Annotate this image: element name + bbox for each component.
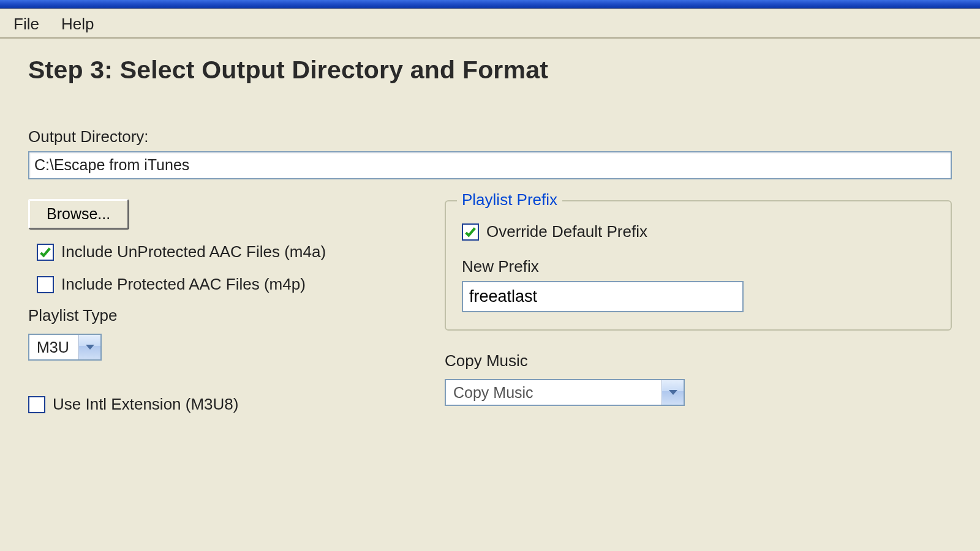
override-prefix-label: Override Default Prefix: [486, 222, 647, 241]
check-icon: [39, 246, 52, 259]
main-content: Step 3: Select Output Directory and Form…: [0, 39, 980, 420]
include-protected-label: Include Protected AAC Files (m4p): [61, 275, 306, 294]
playlist-type-select[interactable]: M3U: [28, 334, 102, 361]
menu-file[interactable]: File: [13, 15, 39, 34]
copy-music-select[interactable]: Copy Music: [445, 379, 685, 406]
step-heading: Step 3: Select Output Directory and Form…: [28, 56, 952, 84]
include-protected-checkbox[interactable]: [37, 276, 54, 293]
chevron-down-icon: [86, 345, 94, 350]
playlist-prefix-legend: Playlist Prefix: [457, 190, 562, 209]
override-prefix-row[interactable]: Override Default Prefix: [462, 222, 935, 241]
chevron-down-icon: [669, 390, 677, 395]
include-unprotected-label: Include UnProtected AAC Files (m4a): [61, 242, 326, 261]
playlist-prefix-group: Playlist Prefix Override Default Prefix …: [445, 200, 952, 331]
copy-music-dropdown-button[interactable]: [662, 380, 684, 405]
include-unprotected-checkbox[interactable]: [37, 244, 54, 261]
use-intl-row[interactable]: Use Intl Extension (M3U8): [28, 395, 420, 414]
include-protected-row[interactable]: Include Protected AAC Files (m4p): [37, 275, 420, 294]
output-directory-label: Output Directory:: [28, 127, 952, 146]
menu-help[interactable]: Help: [61, 15, 94, 34]
use-intl-checkbox[interactable]: [28, 396, 45, 413]
playlist-type-label: Playlist Type: [28, 306, 420, 325]
menu-bar: File Help: [0, 9, 980, 39]
check-icon: [464, 225, 477, 239]
new-prefix-label: New Prefix: [462, 257, 935, 276]
include-unprotected-row[interactable]: Include UnProtected AAC Files (m4a): [37, 242, 420, 261]
playlist-type-dropdown-button[interactable]: [78, 335, 100, 359]
output-directory-input[interactable]: [28, 151, 952, 179]
playlist-type-value: M3U: [29, 335, 78, 359]
override-prefix-checkbox[interactable]: [462, 223, 479, 241]
new-prefix-input[interactable]: [462, 281, 744, 312]
browse-button[interactable]: Browse...: [28, 199, 129, 229]
copy-music-value: Copy Music: [446, 380, 662, 405]
copy-music-label: Copy Music: [445, 351, 952, 370]
use-intl-label: Use Intl Extension (M3U8): [53, 395, 238, 414]
window-title-bar: [0, 0, 980, 9]
